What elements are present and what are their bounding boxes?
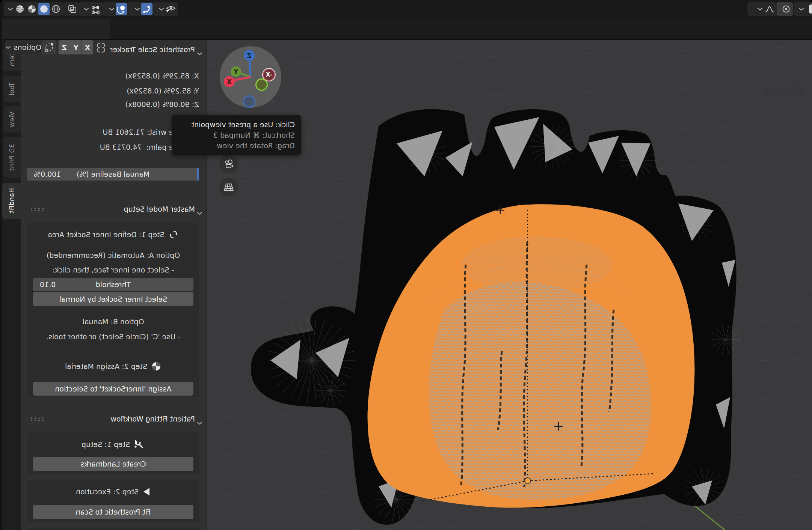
material-sphere-icon [151, 361, 161, 372]
sidebar-tab-tool[interactable]: Tool [3, 76, 21, 102]
panel-header-master[interactable]: Master Model Setup [21, 203, 206, 215]
sidebar-panel-region: Prosthetic Scale Tracker X: 85.29% (0.85… [21, 39, 206, 530]
orbit-ball-icon[interactable] [116, 3, 127, 15]
panel-title: Patient Fitting Workflow [110, 415, 195, 423]
visibility-icon[interactable] [165, 3, 177, 15]
next-panel-box-cut [27, 528, 199, 530]
landmark-point[interactable] [525, 478, 531, 484]
play-icon [142, 487, 151, 496]
falloff-group [747, 2, 777, 16]
step1-define-row: Step 1: Define Inner Socket Area [33, 230, 193, 239]
tooltip-title: Click: Use a preset viewpoint [172, 119, 295, 130]
symmetry-region [0, 18, 110, 39]
gizmo-z-axis[interactable]: Z [244, 50, 255, 61]
proportional-editing-icon [780, 3, 792, 15]
gizmo-neg-y-axis[interactable] [255, 78, 268, 91]
chevron-down-icon [5, 41, 11, 53]
viewport-header [0, 0, 812, 18]
patient-step1-row: Step 1: Setup [33, 438, 193, 451]
panel-drag-grip[interactable] [30, 417, 45, 421]
xray-icon [67, 3, 78, 15]
snap-arrow-icon[interactable] [141, 3, 152, 15]
tooltip-drag: Drag: Rotate the view [172, 140, 295, 151]
panel-collapse-icon [197, 417, 203, 429]
panel-drag-grip[interactable] [30, 207, 45, 211]
step2-assign-row: Step 2: Assign Material [33, 361, 193, 371]
snap-group [128, 2, 154, 16]
scale-x-readout: X: 85.29% (0.8529x) [27, 71, 199, 80]
gizmo-x-axis[interactable]: X [224, 76, 235, 87]
option-a-hint: - Select one inner face, then click: [33, 265, 193, 275]
slider-label: Threshold [96, 280, 131, 289]
panel-header-patient[interactable]: Patient Fitting Workflow [21, 413, 206, 425]
sidebar-tab-handfit[interactable]: HandFit [2, 183, 21, 219]
mirror-x-button[interactable]: X [82, 40, 93, 54]
sidebar-tab-column: Item Tool View 3D Print HandFit [2, 39, 21, 530]
fit-prosthetic-button[interactable]: Fit Prosthetic to Scan [33, 505, 193, 519]
gizmos-group [78, 2, 103, 16]
proportional-editing-toggle[interactable] [776, 2, 793, 16]
shading-material-icon[interactable] [26, 3, 38, 15]
gizmo-toggle-icon[interactable] [90, 3, 101, 15]
gizmo-neg-x-axis[interactable]: -X [263, 69, 275, 81]
normals-hook-icon [168, 229, 179, 240]
panel-title: Master Model Setup [124, 205, 195, 213]
sidebar-tab-3d-print[interactable]: 3D Print [3, 137, 21, 178]
assign-innersocket-button[interactable]: Assign 'InnerSocket' to Selection [33, 382, 193, 396]
threshold-slider[interactable]: Threshold 0.10 [33, 278, 193, 291]
sidebar-tab-view[interactable]: View [3, 106, 21, 132]
chevron-down-icon[interactable] [798, 3, 804, 15]
window-edge [0, 0, 2, 530]
proportional-falloff-button[interactable] [42, 40, 56, 54]
orbit-group [102, 2, 128, 16]
slider-value: 0.10 [40, 280, 56, 289]
blender-window-mirrored: Z Y X -X Click: Use a preset viewpoint S… [0, 0, 812, 530]
tooltip-shortcut: Shortcut: ⌘ Numpad 3 [172, 130, 295, 140]
orientation-group [794, 2, 812, 16]
symmetry-butterfly-icon [95, 42, 107, 55]
perspective-grid-button[interactable] [219, 178, 238, 197]
orientation-icon[interactable] [805, 3, 812, 15]
slider-label: Manual Baseline (%) [77, 170, 150, 178]
chevron-down-icon[interactable] [109, 3, 115, 15]
chevron-down-icon[interactable] [158, 3, 165, 15]
camera-view-button[interactable] [219, 155, 238, 173]
select-inner-socket-button[interactable]: Select Inner Socket by Normal [33, 292, 193, 306]
gizmo-neg-z-axis[interactable] [243, 95, 255, 108]
patient-step2-row: Step 2: Execution [33, 485, 193, 498]
mirror-axis-group: X Y Z [59, 40, 93, 54]
shading-wireframe-icon[interactable] [50, 3, 62, 15]
create-landmarks-button[interactable]: Create Landmarks [33, 457, 193, 471]
scale-z-readout: Z: 90.08% (0.9008x) [27, 100, 199, 109]
shading-solid-icon[interactable] [38, 3, 50, 15]
option-b-label: Option B: Manual [33, 317, 193, 327]
grid-icon [223, 182, 234, 192]
scale-y-readout: Y: 85.29% (0.8529x) [27, 86, 199, 95]
chevron-down-icon[interactable] [757, 3, 763, 15]
chevron-down-icon[interactable] [134, 3, 140, 15]
step2-title: Step 2: Assign Material [65, 362, 147, 370]
gizmo-tooltip: Click: Use a preset viewpoint Shortcut: … [172, 115, 301, 155]
options-label: Options [14, 43, 41, 51]
slider-fill [197, 168, 199, 181]
panel-collapse-icon [197, 48, 203, 60]
view-navigation-gizmo[interactable]: Z Y X -X [220, 46, 281, 108]
panel-title: Prosthetic Scale Tracker [110, 45, 195, 54]
camera-icon [223, 159, 234, 169]
chevron-down-icon[interactable] [8, 3, 14, 15]
mirror-z-button[interactable]: Z [59, 40, 70, 54]
manual-baseline-slider[interactable]: Manual Baseline (%) 100.0% [27, 168, 199, 181]
falloff-curve-icon[interactable] [764, 3, 775, 15]
gizmo-y-axis[interactable]: Y [231, 66, 241, 77]
xray-toggle[interactable] [62, 2, 80, 16]
shading-mode-group [4, 2, 63, 16]
dashed-circle-icon [44, 42, 54, 53]
shading-rendered-icon[interactable] [14, 3, 26, 15]
option-a-label: Option A: Automatic (Recommended) [33, 250, 193, 260]
step1-title: Step 1: Define Inner Socket Area [48, 230, 164, 239]
options-dropdown[interactable]: Options [5, 40, 41, 54]
tool-settings-bar: X Y Z Options [0, 18, 812, 40]
panel-collapse-icon [197, 207, 203, 219]
chevron-down-icon[interactable] [83, 3, 89, 15]
mirror-y-button[interactable]: Y [70, 40, 82, 54]
